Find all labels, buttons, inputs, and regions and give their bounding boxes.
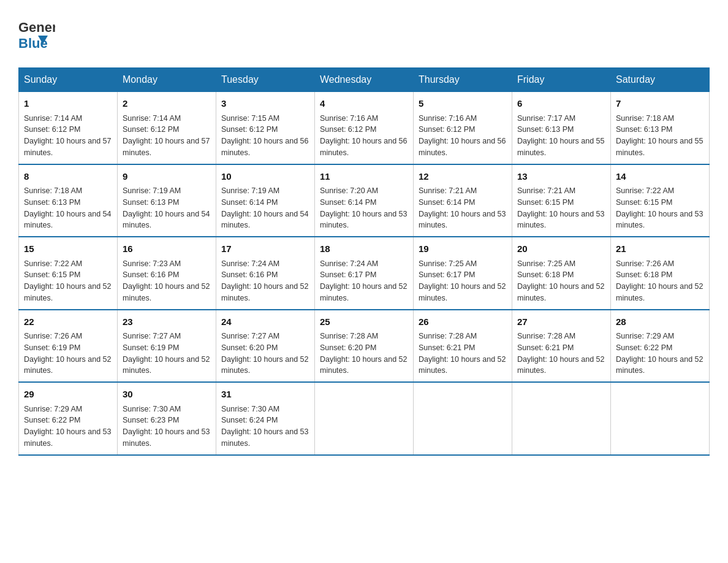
day-info: Sunrise: 7:26 AMSunset: 6:18 PMDaylight:… — [616, 258, 704, 304]
day-header-tuesday: Tuesday — [216, 68, 315, 92]
svg-text:General: General — [18, 20, 55, 35]
day-number: 1 — [24, 97, 112, 111]
day-header-thursday: Thursday — [414, 68, 512, 92]
calendar-cell: 8Sunrise: 7:18 AMSunset: 6:13 PMDaylight… — [19, 164, 118, 237]
calendar-cell: 20Sunrise: 7:25 AMSunset: 6:18 PMDayligh… — [512, 237, 611, 310]
calendar-cell — [512, 382, 611, 455]
day-header-saturday: Saturday — [611, 68, 710, 92]
week-row-1: 1Sunrise: 7:14 AMSunset: 6:12 PMDaylight… — [19, 92, 710, 164]
day-number: 8 — [24, 170, 112, 184]
day-number: 6 — [517, 97, 605, 111]
day-number: 9 — [123, 170, 211, 184]
calendar-cell: 16Sunrise: 7:23 AMSunset: 6:16 PMDayligh… — [118, 237, 216, 310]
day-info: Sunrise: 7:22 AMSunset: 6:15 PMDaylight:… — [24, 258, 112, 304]
day-info: Sunrise: 7:24 AMSunset: 6:17 PMDaylight:… — [320, 258, 408, 304]
day-number: 30 — [123, 388, 211, 402]
calendar-cell: 9Sunrise: 7:19 AMSunset: 6:13 PMDaylight… — [118, 164, 216, 237]
day-info: Sunrise: 7:15 AMSunset: 6:12 PMDaylight:… — [221, 113, 309, 159]
calendar-cell: 18Sunrise: 7:24 AMSunset: 6:17 PMDayligh… — [315, 237, 414, 310]
day-number: 13 — [517, 170, 605, 184]
day-info: Sunrise: 7:22 AMSunset: 6:15 PMDaylight:… — [616, 185, 704, 231]
day-number: 7 — [616, 97, 704, 111]
calendar-cell: 15Sunrise: 7:22 AMSunset: 6:15 PMDayligh… — [19, 237, 118, 310]
calendar-cell: 25Sunrise: 7:28 AMSunset: 6:20 PMDayligh… — [315, 310, 414, 383]
day-number: 2 — [123, 97, 211, 111]
day-info: Sunrise: 7:21 AMSunset: 6:15 PMDaylight:… — [517, 185, 605, 231]
day-info: Sunrise: 7:14 AMSunset: 6:12 PMDaylight:… — [123, 113, 211, 159]
calendar-cell: 3Sunrise: 7:15 AMSunset: 6:12 PMDaylight… — [216, 92, 315, 164]
day-number: 24 — [221, 315, 309, 329]
day-number: 17 — [221, 242, 309, 256]
day-number: 15 — [24, 242, 112, 256]
calendar-cell: 29Sunrise: 7:29 AMSunset: 6:22 PMDayligh… — [19, 382, 118, 455]
header: General Blue — [18, 12, 710, 55]
day-info: Sunrise: 7:29 AMSunset: 6:22 PMDaylight:… — [616, 331, 704, 377]
day-info: Sunrise: 7:25 AMSunset: 6:18 PMDaylight:… — [517, 258, 605, 304]
day-number: 22 — [24, 315, 112, 329]
day-number: 28 — [616, 315, 704, 329]
calendar-cell: 2Sunrise: 7:14 AMSunset: 6:12 PMDaylight… — [118, 92, 216, 164]
day-info: Sunrise: 7:17 AMSunset: 6:13 PMDaylight:… — [517, 113, 605, 159]
calendar-cell: 26Sunrise: 7:28 AMSunset: 6:21 PMDayligh… — [414, 310, 512, 383]
day-info: Sunrise: 7:28 AMSunset: 6:20 PMDaylight:… — [320, 331, 408, 377]
day-info: Sunrise: 7:28 AMSunset: 6:21 PMDaylight:… — [517, 331, 605, 377]
calendar-cell: 5Sunrise: 7:16 AMSunset: 6:12 PMDaylight… — [414, 92, 512, 164]
calendar-cell: 19Sunrise: 7:25 AMSunset: 6:17 PMDayligh… — [414, 237, 512, 310]
calendar-cell: 30Sunrise: 7:30 AMSunset: 6:23 PMDayligh… — [118, 382, 216, 455]
day-info: Sunrise: 7:19 AMSunset: 6:13 PMDaylight:… — [123, 185, 211, 231]
day-info: Sunrise: 7:16 AMSunset: 6:12 PMDaylight:… — [320, 113, 408, 159]
day-number: 23 — [123, 315, 211, 329]
week-row-4: 22Sunrise: 7:26 AMSunset: 6:19 PMDayligh… — [19, 310, 710, 383]
day-number: 19 — [419, 242, 507, 256]
day-number: 21 — [616, 242, 704, 256]
calendar-cell: 14Sunrise: 7:22 AMSunset: 6:15 PMDayligh… — [611, 164, 710, 237]
calendar-cell: 27Sunrise: 7:28 AMSunset: 6:21 PMDayligh… — [512, 310, 611, 383]
day-number: 4 — [320, 97, 408, 111]
day-info: Sunrise: 7:30 AMSunset: 6:23 PMDaylight:… — [123, 404, 211, 450]
calendar-table: SundayMondayTuesdayWednesdayThursdayFrid… — [18, 67, 710, 456]
day-number: 29 — [24, 388, 112, 402]
day-info: Sunrise: 7:30 AMSunset: 6:24 PMDaylight:… — [221, 404, 309, 450]
calendar-cell: 6Sunrise: 7:17 AMSunset: 6:13 PMDaylight… — [512, 92, 611, 164]
day-number: 18 — [320, 242, 408, 256]
day-number: 14 — [616, 170, 704, 184]
day-info: Sunrise: 7:19 AMSunset: 6:14 PMDaylight:… — [221, 185, 309, 231]
day-number: 10 — [221, 170, 309, 184]
day-header-monday: Monday — [118, 68, 216, 92]
day-number: 31 — [221, 388, 309, 402]
calendar-cell: 22Sunrise: 7:26 AMSunset: 6:19 PMDayligh… — [19, 310, 118, 383]
day-info: Sunrise: 7:16 AMSunset: 6:12 PMDaylight:… — [419, 113, 507, 159]
calendar-cell — [315, 382, 414, 455]
day-number: 26 — [419, 315, 507, 329]
calendar-cell: 13Sunrise: 7:21 AMSunset: 6:15 PMDayligh… — [512, 164, 611, 237]
calendar-cell — [414, 382, 512, 455]
day-info: Sunrise: 7:24 AMSunset: 6:16 PMDaylight:… — [221, 258, 309, 304]
week-row-5: 29Sunrise: 7:29 AMSunset: 6:22 PMDayligh… — [19, 382, 710, 455]
day-header-friday: Friday — [512, 68, 611, 92]
calendar-cell: 12Sunrise: 7:21 AMSunset: 6:14 PMDayligh… — [414, 164, 512, 237]
day-info: Sunrise: 7:21 AMSunset: 6:14 PMDaylight:… — [419, 185, 507, 231]
calendar-cell: 21Sunrise: 7:26 AMSunset: 6:18 PMDayligh… — [611, 237, 710, 310]
day-number: 25 — [320, 315, 408, 329]
calendar-cell: 4Sunrise: 7:16 AMSunset: 6:12 PMDaylight… — [315, 92, 414, 164]
calendar-cell: 10Sunrise: 7:19 AMSunset: 6:14 PMDayligh… — [216, 164, 315, 237]
day-number: 20 — [517, 242, 605, 256]
day-info: Sunrise: 7:18 AMSunset: 6:13 PMDaylight:… — [24, 185, 112, 231]
calendar-cell: 11Sunrise: 7:20 AMSunset: 6:14 PMDayligh… — [315, 164, 414, 237]
calendar-cell: 28Sunrise: 7:29 AMSunset: 6:22 PMDayligh… — [611, 310, 710, 383]
calendar-cell: 31Sunrise: 7:30 AMSunset: 6:24 PMDayligh… — [216, 382, 315, 455]
day-info: Sunrise: 7:23 AMSunset: 6:16 PMDaylight:… — [123, 258, 211, 304]
calendar-cell: 1Sunrise: 7:14 AMSunset: 6:12 PMDaylight… — [19, 92, 118, 164]
svg-text:Blue: Blue — [18, 36, 48, 51]
day-info: Sunrise: 7:27 AMSunset: 6:20 PMDaylight:… — [221, 331, 309, 377]
day-info: Sunrise: 7:27 AMSunset: 6:19 PMDaylight:… — [123, 331, 211, 377]
day-headers-row: SundayMondayTuesdayWednesdayThursdayFrid… — [19, 68, 710, 92]
logo: General Blue — [18, 12, 55, 55]
day-info: Sunrise: 7:26 AMSunset: 6:19 PMDaylight:… — [24, 331, 112, 377]
day-info: Sunrise: 7:14 AMSunset: 6:12 PMDaylight:… — [24, 113, 112, 159]
week-row-2: 8Sunrise: 7:18 AMSunset: 6:13 PMDaylight… — [19, 164, 710, 237]
calendar-cell: 7Sunrise: 7:18 AMSunset: 6:13 PMDaylight… — [611, 92, 710, 164]
day-info: Sunrise: 7:20 AMSunset: 6:14 PMDaylight:… — [320, 185, 408, 231]
calendar-cell: 17Sunrise: 7:24 AMSunset: 6:16 PMDayligh… — [216, 237, 315, 310]
day-number: 11 — [320, 170, 408, 184]
